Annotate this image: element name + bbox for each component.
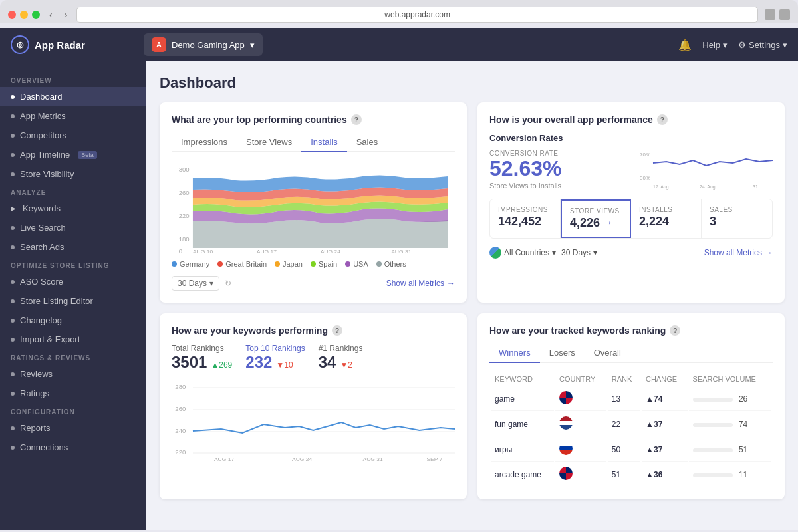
connections-dot bbox=[11, 446, 15, 450]
svg-text:AUG 31: AUG 31 bbox=[391, 249, 412, 255]
sidebar-label-import-export: Import & Export bbox=[20, 334, 80, 344]
dashboard-grid: What are your top performing countries ?… bbox=[160, 102, 785, 499]
period-selector[interactable]: 30 Days ▾ bbox=[172, 276, 219, 291]
tabs-icon[interactable] bbox=[779, 9, 790, 20]
sidebar-item-reviews[interactable]: Reviews bbox=[0, 364, 146, 384]
tab-installs[interactable]: Installs bbox=[301, 133, 346, 152]
forward-button[interactable]: › bbox=[62, 8, 70, 21]
japan-dot bbox=[275, 261, 280, 267]
svg-text:30%: 30% bbox=[640, 175, 650, 181]
sidebar-item-app-metrics[interactable]: App Metrics bbox=[0, 106, 146, 126]
metric-installs: INSTALLS 2,224 bbox=[631, 200, 702, 238]
metrics-row: IMPRESSIONS 142,452 STORE VIEWS 4,226 → … bbox=[489, 199, 773, 239]
conversion-mini-chart: 70% 30% 17. Aug 24. Aug 31. bbox=[640, 150, 773, 190]
conversion-left: CONVERSION RATE 52.63% Store Views to In… bbox=[489, 150, 562, 190]
ratings-section-label: RATINGS & REVIEWS bbox=[0, 349, 146, 364]
kw-total-value-row: 3501 ▲269 bbox=[172, 353, 232, 372]
period-chevron2-icon: ▾ bbox=[593, 248, 597, 257]
tracked-kw-help-icon[interactable]: ? bbox=[670, 325, 680, 336]
top-countries-help-icon[interactable]: ? bbox=[351, 114, 362, 125]
sidebar-item-changelog[interactable]: Changelog bbox=[0, 311, 146, 330]
sidebar-item-connections[interactable]: Connections bbox=[0, 438, 146, 457]
show-all-metrics-link[interactable]: Show all Metrics → bbox=[386, 279, 455, 288]
conversion-rate-sub: Store Views to Installs bbox=[489, 182, 562, 190]
table-row[interactable]: arcade game 51 ▲36 11 bbox=[491, 463, 771, 486]
all-countries-flag bbox=[489, 247, 501, 259]
sidebar-item-competitors[interactable]: Competitors bbox=[0, 126, 146, 145]
tab-impressions[interactable]: Impressions bbox=[172, 133, 237, 152]
keywords-perf-help-icon[interactable]: ? bbox=[332, 325, 342, 336]
sidebar-item-store-listing-editor[interactable]: Store Listing Editor bbox=[0, 291, 146, 311]
tab-sales[interactable]: Sales bbox=[347, 133, 388, 152]
keywords-line-chart: 280 260 240 220 AUG 17 bbox=[172, 381, 455, 461]
overall-perf-help-icon[interactable]: ? bbox=[657, 114, 668, 125]
sidebar-item-store-visibility[interactable]: Store Visibility bbox=[0, 164, 146, 184]
minimize-button[interactable] bbox=[20, 11, 28, 19]
tab-overall[interactable]: Overall bbox=[585, 344, 630, 363]
sidebar-item-dashboard[interactable]: Dashboard bbox=[0, 87, 146, 106]
keywords-performance-card: How are your keywords performing ? Total… bbox=[160, 313, 467, 499]
live-search-dot bbox=[11, 226, 15, 230]
table-row[interactable]: игры 50 ▲37 51 bbox=[491, 438, 771, 462]
overall-perf-title: How is your overall app performance ? bbox=[489, 114, 773, 125]
table-row[interactable]: game 13 ▲74 26 bbox=[491, 387, 771, 411]
metric-impressions: IMPRESSIONS 142,452 bbox=[490, 200, 561, 238]
close-button[interactable] bbox=[8, 11, 16, 19]
svg-text:260: 260 bbox=[175, 406, 186, 412]
settings-button[interactable]: ⚙ Settings ▾ bbox=[738, 40, 787, 50]
tab-winners[interactable]: Winners bbox=[489, 344, 540, 363]
kw-country bbox=[555, 387, 606, 411]
app-selector-button[interactable]: A Demo Gaming App ▾ bbox=[144, 33, 263, 56]
col-search-volume: SEARCH VOLUME bbox=[689, 372, 771, 386]
tab-store-views[interactable]: Store Views bbox=[237, 133, 301, 152]
logo-icon: ◎ bbox=[11, 35, 29, 54]
sidebar-item-search-ads[interactable]: Search Ads bbox=[0, 237, 146, 257]
legend-others: Others bbox=[376, 260, 406, 268]
optimize-section-label: OPTIMIZE STORE LISTING bbox=[0, 257, 146, 272]
keywords-stats: Total Rankings 3501 ▲269 Top 10 Rankings… bbox=[172, 344, 455, 372]
kw-rank: 13 bbox=[608, 387, 640, 411]
aso-score-dot bbox=[11, 280, 15, 284]
notifications-button[interactable]: 🔔 bbox=[678, 39, 692, 51]
address-bar[interactable]: web.appradar.com bbox=[76, 7, 758, 23]
metric-store-views-with-arrow: 4,226 → bbox=[570, 215, 622, 230]
conversion-header: CONVERSION RATE 52.63% Store Views to In… bbox=[489, 150, 773, 190]
sidebar-item-keywords[interactable]: ▶ Keywords bbox=[0, 199, 146, 218]
gear-icon: ⚙ bbox=[738, 40, 746, 50]
overall-show-all-link[interactable]: Show all Metrics → bbox=[704, 248, 773, 257]
sidebar-item-ratings[interactable]: Ratings bbox=[0, 384, 146, 403]
help-button[interactable]: Help ▾ bbox=[702, 40, 728, 50]
bell-icon: 🔔 bbox=[678, 39, 692, 51]
svg-text:70%: 70% bbox=[640, 152, 650, 158]
conversion-rate-value: 52.63% bbox=[489, 157, 562, 180]
sidebar: OVERVIEW Dashboard App Metrics Competito… bbox=[0, 61, 146, 530]
chart-footer-left: 30 Days ▾ ↻ bbox=[172, 276, 231, 291]
overall-performance-card: How is your overall app performance ? Co… bbox=[477, 102, 785, 303]
kw-search-volume: 51 bbox=[689, 438, 771, 462]
sidebar-item-app-timeline[interactable]: App Timeline Beta bbox=[0, 145, 146, 164]
ratings-dot bbox=[11, 392, 15, 396]
chart-footer: 30 Days ▾ ↻ Show all Metrics → bbox=[172, 276, 455, 291]
table-row[interactable]: fun game 22 ▲37 74 bbox=[491, 412, 771, 436]
sidebar-label-ratings: Ratings bbox=[20, 388, 49, 398]
svg-text:220: 220 bbox=[175, 449, 186, 456]
tab-losers[interactable]: Losers bbox=[540, 344, 585, 363]
sidebar-item-aso-score[interactable]: ASO Score bbox=[0, 272, 146, 291]
svg-text:SEP 7: SEP 7 bbox=[426, 456, 442, 461]
refresh-icon[interactable]: ↻ bbox=[225, 279, 231, 288]
sidebar-item-reports[interactable]: Reports bbox=[0, 418, 146, 438]
col-change: CHANGE bbox=[642, 372, 687, 386]
all-countries-filter[interactable]: All Countries ▾ bbox=[489, 247, 556, 259]
share-icon[interactable] bbox=[765, 9, 775, 20]
settings-chevron-icon: ▾ bbox=[783, 40, 787, 50]
kw-rank: 50 bbox=[608, 438, 640, 462]
sidebar-item-import-export[interactable]: Import & Export bbox=[0, 330, 146, 349]
period-filter[interactable]: 30 Days ▾ bbox=[561, 248, 597, 257]
svg-text:260: 260 bbox=[179, 190, 190, 196]
back-button[interactable]: ‹ bbox=[47, 8, 55, 21]
maximize-button[interactable] bbox=[32, 11, 40, 19]
app-metrics-dot bbox=[11, 114, 15, 118]
kw-country bbox=[555, 412, 606, 436]
svg-text:AUG 24: AUG 24 bbox=[292, 456, 313, 461]
sidebar-item-live-search[interactable]: Live Search bbox=[0, 218, 146, 237]
